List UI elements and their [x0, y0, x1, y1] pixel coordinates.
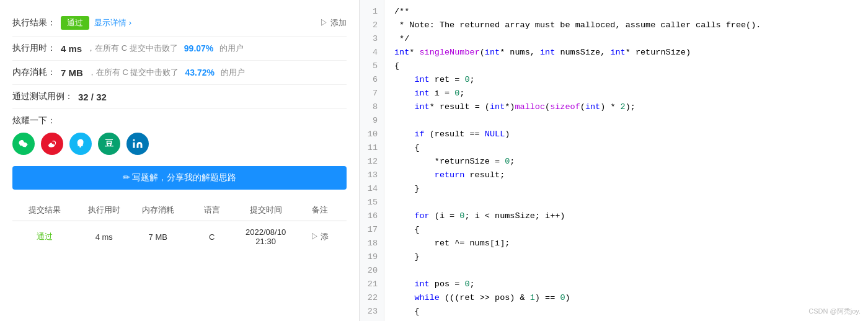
td-memory: 7 MB: [131, 232, 185, 242]
linkedin-icon[interactable]: [126, 133, 149, 155]
exec-time-percent: 99.07%: [184, 43, 213, 53]
memory-row: 内存消耗： 7 MB ，在所有 C 提交中击败了 43.72% 的用户: [12, 61, 347, 85]
share-section: 炫耀一下： 豆: [12, 109, 347, 160]
memory-value: 7 MB: [61, 68, 83, 78]
line-numbers: 1234567891011121314151617181920212223: [360, 0, 384, 321]
exec-time-suffix: 的用户: [219, 43, 244, 54]
th-time: 执行用时: [77, 204, 131, 216]
code-content: /** * Note: The returned array must be m…: [384, 0, 868, 321]
test-cases-value: 32 / 32: [78, 92, 107, 102]
test-cases-row: 通过测试用例： 32 / 32: [12, 85, 347, 109]
exec-time-sub: ，在所有 C 提交中击败了: [87, 43, 178, 54]
th-lang: 语言: [185, 204, 239, 216]
write-solution-button[interactable]: ✏ 写题解，分享我的解题思路: [12, 166, 347, 190]
weibo-icon[interactable]: [41, 133, 63, 155]
th-result: 提交结果: [12, 204, 77, 216]
exec-result-label: 执行结果：: [12, 17, 56, 29]
td-note[interactable]: ▷ 添: [293, 231, 347, 242]
th-note: 备注: [293, 204, 347, 216]
memory-label: 内存消耗：: [12, 67, 56, 78]
pass-badge: 通过: [61, 16, 89, 30]
svg-point-0: [133, 139, 135, 141]
code-editor-panel: 1234567891011121314151617181920212223 /*…: [360, 0, 868, 321]
wechat-icon[interactable]: [12, 133, 35, 155]
test-cases-label: 通过测试用例：: [12, 91, 73, 102]
exec-time-value: 4 ms: [61, 43, 82, 54]
td-lang: C: [185, 232, 239, 242]
exec-time-label: 执行用时：: [12, 43, 56, 54]
social-icons: 豆: [12, 133, 347, 155]
table-row: 通过 4 ms 7 MB C 2022/08/10 21:30 ▷ 添: [12, 221, 347, 252]
memory-percent: 43.72%: [185, 68, 214, 77]
add-button[interactable]: ▷ 添加: [320, 17, 347, 29]
watermark: CSDN @阿秃joy.: [808, 307, 861, 316]
table-header: 提交结果 执行用时 内存消耗 语言 提交时间 备注: [12, 200, 347, 221]
td-submit-time: 2022/08/10 21:30: [239, 227, 293, 246]
execution-result-row: 执行结果： 通过 显示详情 › ▷ 添加: [12, 10, 347, 37]
qq-icon[interactable]: [69, 133, 92, 155]
th-submit-time: 提交时间: [239, 204, 293, 216]
td-time: 4 ms: [77, 232, 131, 242]
td-result: 通过: [12, 231, 77, 242]
show-detail-link[interactable]: 显示详情 ›: [94, 17, 131, 29]
memory-sub: ，在所有 C 提交中击败了: [88, 67, 179, 78]
left-panel: 执行结果： 通过 显示详情 › ▷ 添加 执行用时： 4 ms ，在所有 C 提…: [0, 0, 360, 321]
code-editor[interactable]: 1234567891011121314151617181920212223 /*…: [360, 0, 868, 321]
execution-time-row: 执行用时： 4 ms ，在所有 C 提交中击败了 99.07% 的用户: [12, 37, 347, 61]
douban-icon[interactable]: 豆: [98, 133, 120, 155]
submissions-table: 提交结果 执行用时 内存消耗 语言 提交时间 备注 通过 4 ms 7 MB C…: [12, 200, 347, 252]
share-label: 炫耀一下：: [12, 115, 347, 126]
th-memory: 内存消耗: [131, 204, 185, 216]
memory-suffix: 的用户: [221, 67, 245, 78]
